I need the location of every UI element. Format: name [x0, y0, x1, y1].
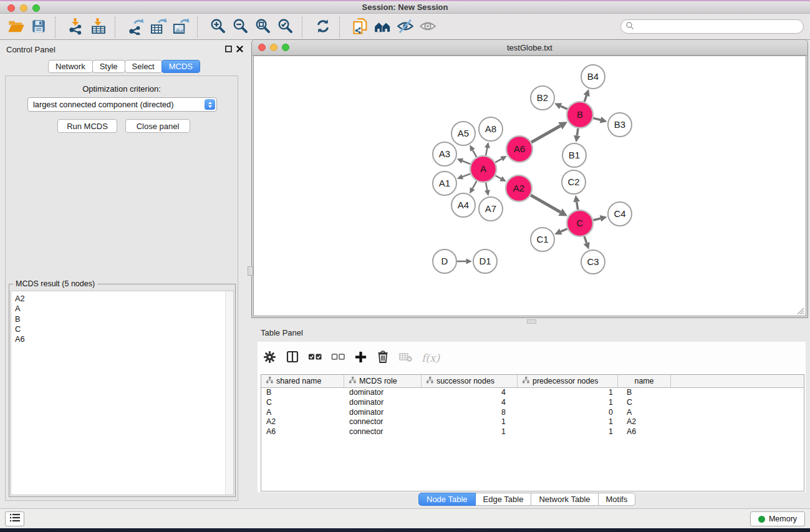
open-button[interactable] [5, 16, 27, 39]
tab-style[interactable]: Style [92, 60, 125, 73]
tab-mcds[interactable]: MCDS [162, 60, 200, 73]
zoom-in-button[interactable] [207, 16, 229, 39]
select-all-button[interactable] [308, 350, 322, 366]
edge-C-C4[interactable] [593, 218, 600, 220]
table-settings-button[interactable] [263, 350, 277, 367]
task-history-button[interactable] [5, 511, 24, 526]
graph-node-A5[interactable]: A5 [451, 122, 475, 145]
table-row[interactable]: A2connector11A2 [261, 417, 804, 427]
function-builder-button[interactable]: f(x) [422, 352, 440, 364]
edge-A-A3[interactable] [462, 161, 470, 164]
graph-node-A3[interactable]: A3 [433, 142, 456, 166]
memory-button[interactable]: Memory [750, 511, 805, 526]
graph-node-C3[interactable]: C3 [581, 250, 605, 274]
criterion-dropdown[interactable]: largest connected component (directed) [27, 97, 217, 112]
header-cell-predecessor-nodes[interactable]: predecessor nodes [518, 375, 618, 387]
delete-table-button[interactable] [398, 350, 413, 366]
edge-A-A1[interactable] [463, 174, 471, 177]
network-minimize-button[interactable] [270, 44, 277, 51]
graph-node-B2[interactable]: B2 [531, 86, 554, 110]
tab-motifs[interactable]: Motifs [598, 493, 636, 506]
graph-node-A6[interactable]: A6 [506, 136, 533, 162]
network-canvas[interactable]: B4B2BB3A8A5A6A3B1AA1C2A2A4A7C4CC1C3DD1 [253, 56, 806, 316]
zoom-fit-button[interactable] [252, 16, 274, 39]
edge-B-B4[interactable] [584, 95, 586, 102]
graph-node-A8[interactable]: A8 [479, 117, 503, 141]
tab-network[interactable]: Network [48, 60, 93, 73]
edge-A-A4[interactable] [473, 181, 477, 188]
tab-edge-table[interactable]: Edge Table [475, 493, 532, 506]
save-button[interactable] [27, 16, 50, 39]
edge-C-C2[interactable] [577, 202, 578, 210]
graph-node-D[interactable]: D [433, 249, 456, 273]
import-network-button[interactable] [65, 16, 87, 39]
close-window-button[interactable] [7, 4, 15, 12]
tab-node-table[interactable]: Node Table [418, 493, 476, 506]
resize-grip-icon[interactable] [796, 306, 804, 314]
graph-node-B3[interactable]: B3 [608, 113, 632, 137]
header-cell-shared-name[interactable]: shared name [261, 375, 344, 387]
splitter-handle-vertical[interactable] [248, 266, 253, 276]
hide-selected-button[interactable] [394, 16, 417, 39]
tab-select[interactable]: Select [125, 60, 162, 73]
graph-node-A2[interactable]: A2 [506, 175, 532, 201]
show-all-button[interactable] [417, 16, 439, 39]
edge-A6-B[interactable] [531, 126, 561, 142]
network-graph[interactable]: B4B2BB3A8A5A6A3B1AA1C2A2A4A7C4CC1C3DD1 [254, 56, 807, 317]
edge-C-C1[interactable] [561, 229, 567, 232]
result-item[interactable]: A2 [15, 294, 233, 304]
graph-node-A[interactable]: A [470, 156, 496, 182]
export-network-button[interactable] [125, 16, 147, 39]
show-column-button[interactable] [286, 350, 299, 366]
edge-A-A7[interactable] [486, 183, 487, 190]
float-panel-icon[interactable] [224, 45, 233, 53]
edge-A2-C[interactable] [531, 195, 561, 212]
result-item[interactable]: A [15, 304, 233, 314]
network-zoom-button[interactable] [282, 44, 289, 51]
result-item[interactable]: A6 [15, 334, 233, 344]
table-row[interactable]: Cdominator41C [261, 398, 804, 408]
first-neighbors-button[interactable] [372, 16, 394, 39]
edge-A-A6[interactable] [495, 159, 501, 163]
delete-column-button[interactable] [376, 350, 390, 366]
graph-node-D1[interactable]: D1 [473, 249, 497, 273]
network-window-titlebar[interactable]: testGlobe.txt [252, 40, 808, 56]
graph-node-A7[interactable]: A7 [479, 197, 503, 221]
graph-node-A4[interactable]: A4 [451, 193, 475, 217]
export-table-button[interactable] [147, 16, 170, 39]
table-row[interactable]: Bdominator41B [261, 388, 804, 398]
splitter-handle-horizontal[interactable] [527, 319, 536, 324]
export-image-button[interactable] [170, 16, 192, 39]
list-scrollbar[interactable] [225, 291, 233, 495]
graph-node-B[interactable]: B [567, 102, 593, 128]
graph-node-C[interactable]: C [567, 210, 593, 236]
search-input[interactable] [620, 19, 804, 34]
header-cell-mcds-role[interactable]: MCDS role [344, 375, 422, 387]
edge-A-A2[interactable] [495, 176, 501, 179]
result-item[interactable]: C [15, 324, 233, 334]
minimize-window-button[interactable] [20, 4, 27, 12]
mcds-result-list[interactable]: A2ABCA6 [11, 291, 234, 495]
edge-A-A5[interactable] [473, 150, 476, 157]
table-row[interactable]: A6connector11A6 [261, 427, 804, 437]
zoom-window-button[interactable] [32, 4, 40, 12]
graph-node-C1[interactable]: C1 [531, 228, 554, 251]
new-network-from-selection-button[interactable] [349, 16, 372, 39]
zoom-selected-button[interactable] [274, 16, 297, 39]
table-row[interactable]: Adominator80A [261, 408, 804, 418]
zoom-out-button[interactable] [229, 16, 252, 39]
edge-B-B2[interactable] [561, 106, 567, 109]
deselect-all-button[interactable] [331, 350, 345, 366]
add-column-button[interactable] [354, 351, 367, 366]
edge-B-B1[interactable] [577, 128, 578, 136]
graph-node-B4[interactable]: B4 [581, 65, 605, 89]
graph-node-C4[interactable]: C4 [608, 202, 632, 226]
close-panel-button[interactable]: Close panel [125, 119, 190, 133]
edge-C-C3[interactable] [584, 236, 587, 243]
graph-node-C2[interactable]: C2 [562, 170, 586, 194]
edge-B-B3[interactable] [593, 118, 600, 120]
import-table-button[interactable] [87, 16, 110, 39]
result-item[interactable]: B [15, 314, 233, 324]
edge-A-A8[interactable] [486, 148, 487, 155]
network-close-button[interactable] [258, 44, 266, 51]
